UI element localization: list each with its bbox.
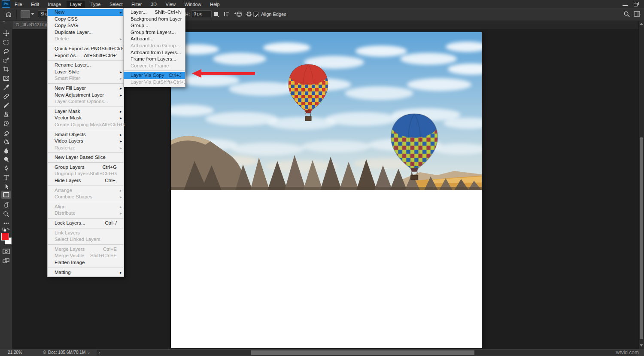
menu-item-matting[interactable]: Matting▸ [48,269,124,276]
quick-mask-icon[interactable] [1,247,11,256]
vertical-scroll-thumb[interactable] [640,137,643,339]
search-icon[interactable] [623,11,630,19]
menu-item-arrange[interactable]: Arrange▸ [48,187,124,194]
horizontal-scroll-thumb[interactable] [251,350,474,355]
menu-item-frame-from-layers[interactable]: Frame from Layers... [124,56,185,63]
menu-item-new-adjustment-layer[interactable]: New Adjustment Layer▸ [48,92,124,99]
workspace-icon[interactable] [634,11,641,19]
zoom-tool[interactable] [1,210,11,218]
menu-item-group[interactable]: Group... [124,22,185,29]
status-expand-icon[interactable]: › [88,350,90,356]
menu-item-group-from-layers[interactable]: Group from Layers... [124,29,185,36]
menu-item-copy-svg[interactable]: Copy SVG [48,22,124,29]
menu-item-artboard-from-group[interactable]: Artboard from Group... [124,43,185,49]
clone-stamp-tool[interactable] [1,110,11,119]
menu-item-distribute[interactable]: Distribute▸ [48,210,124,217]
menu-item-layer-style[interactable]: Layer Style▸ [48,69,124,76]
vertical-scrollbar[interactable] [638,21,644,349]
tool-preset-icon[interactable] [21,10,30,18]
rotate-view-tool[interactable] [1,201,11,209]
menu-item-flatten-image[interactable]: Flatten Image [48,259,124,266]
menu-item-vector-mask[interactable]: Vector Mask▸ [48,115,124,122]
path-selection-tool[interactable] [1,183,11,191]
menu-item-ungroup-layers[interactable]: Ungroup LayersShift+Ctrl+G [48,170,124,177]
path-alignment-icon[interactable] [223,11,231,19]
horizontal-scrollbar[interactable]: ‹ [97,350,637,356]
scroll-down-icon[interactable] [640,344,643,347]
menu-item-smart-objects[interactable]: Smart Objects▸ [48,131,124,138]
menu-item-select-linked-layers[interactable]: Select Linked Layers [48,236,124,243]
spot-healing-brush-tool[interactable] [1,92,11,100]
foreground-color-swatch[interactable] [1,233,9,240]
gear-icon[interactable] [246,11,252,19]
path-arrangement-icon[interactable] [234,11,242,20]
blur-tool[interactable] [1,146,11,155]
menu-item-artboard[interactable]: Artboard... [124,36,185,43]
menu-edit[interactable]: Edit [27,1,43,9]
scroll-left-icon[interactable]: ‹ [98,350,100,356]
paint-bucket-tool[interactable] [1,137,11,146]
menu-item-merge-layers[interactable]: Merge LayersCtrl+E [48,246,124,253]
menu-item-video-layers[interactable]: Video Layers▸ [48,138,124,145]
default-colors-icon[interactable] [1,227,11,233]
lasso-tool[interactable] [1,47,11,55]
object-selection-tool[interactable] [1,56,11,64]
menu-item-lock-layers[interactable]: Lock Layers...Ctrl+/ [48,220,124,227]
menu-item-layer-via-copy[interactable]: Layer Via CopyCtrl+J [124,72,185,79]
eyedropper-tool[interactable] [1,83,11,91]
rectangle-tool[interactable] [1,191,11,199]
menu-item-create-clipping-mask[interactable]: Create Clipping MaskAlt+Ctrl+G [48,122,124,128]
rectangular-marquee-tool[interactable] [1,38,11,46]
menu-item-combine-shapes[interactable]: Combine Shapes▸ [48,194,124,201]
menu-item-rename-layer[interactable]: Rename Layer... [48,62,124,69]
menu-item-export-as[interactable]: Export As...Alt+Shift+Ctrl+' [48,52,124,59]
menu-item-convert-to-frame[interactable]: Convert to Frame [124,63,185,70]
zoom-level[interactable]: 21.28% [8,350,22,355]
menu-item-smart-filter[interactable]: Smart Filter▸ [48,75,124,82]
menu-item-layer-via-cut[interactable]: Layer Via CutShift+Ctrl+J [124,79,185,86]
height-input[interactable]: 0 px [191,10,212,18]
menu-item-new-fill-layer[interactable]: New Fill Layer▸ [48,85,124,92]
eraser-tool[interactable] [1,128,11,137]
menu-item-group-layers[interactable]: Group LayersCtrl+G [48,164,124,171]
minimize-button[interactable] [623,2,628,6]
history-brush-tool[interactable] [1,119,11,128]
pen-tool[interactable] [1,164,11,173]
menu-item-quick-export-as-png[interactable]: Quick Export as PNGShift+Ctrl+' [48,46,124,52]
menu-item-new-layer-based-slice[interactable]: New Layer Based Slice [48,154,124,161]
menu-item-link-layers[interactable]: Link Layers [48,230,124,237]
scroll-up-icon[interactable] [640,23,643,25]
frame-tool[interactable] [1,74,11,82]
crop-tool[interactable] [1,65,11,73]
path-operations-icon[interactable] [213,11,220,19]
screen-mode-icon[interactable] [1,256,11,265]
menu-item-artboard-from-layers[interactable]: Artboard from Layers... [124,49,185,56]
doc-size-info[interactable]: Doc: 105.6M/70.1M [48,350,85,355]
menu-item-layer-content-options[interactable]: Layer Content Options... [48,98,124,105]
menu-item-new[interactable]: New▸ [48,9,124,16]
menu-item-layer-mask[interactable]: Layer Mask▸ [48,108,124,115]
menu-item-layer[interactable]: Layer...Shift+Ctrl+N [124,9,185,16]
menu-item-background-from-layer[interactable]: Background from Layer [124,16,185,23]
menu-file[interactable]: File [11,1,26,9]
menu-item-hide-layers[interactable]: Hide LayersCtrl+, [48,177,124,184]
menu-item-copy-css[interactable]: Copy CSS [48,16,124,23]
menu-item-duplicate-layer[interactable]: Duplicate Layer... [48,29,124,36]
chevron-down-icon[interactable] [31,13,34,15]
restore-window-button[interactable] [634,2,639,6]
move-tool[interactable] [1,29,11,37]
type-tool[interactable] [1,173,11,182]
edit-toolbar-icon[interactable] [1,219,11,227]
menu-item-align[interactable]: Align▸ [48,204,124,210]
dodge-tool[interactable] [1,155,11,164]
document-canvas[interactable] [171,32,482,348]
menu-item-rasterize[interactable]: Rasterize▸ [48,145,124,152]
align-edges-checkbox[interactable] [253,12,259,17]
menu-item-merge-visible[interactable]: Merge VisibleShift+Ctrl+E [48,253,124,259]
menu-help[interactable]: Help [207,1,223,9]
menu-item-label: New Adjustment Layer [55,92,104,99]
divider [16,9,17,19]
home-icon[interactable] [5,11,12,19]
brush-tool[interactable] [1,101,11,110]
menu-item-delete[interactable]: Delete▸ [48,36,124,43]
